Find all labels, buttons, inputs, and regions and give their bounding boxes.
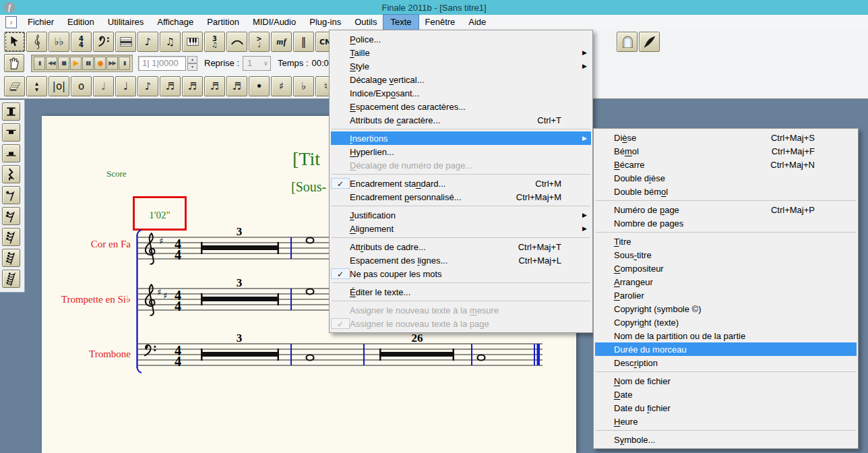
double-whole-rest-button[interactable] bbox=[2, 102, 20, 121]
menu-edition[interactable]: Edition bbox=[61, 15, 101, 30]
menu-partition[interactable]: Partition bbox=[200, 15, 246, 30]
menu-item-heure[interactable]: Heure bbox=[595, 415, 857, 428]
speedy-entry-tool-button[interactable] bbox=[4, 76, 25, 96]
menu-item-attributs-de-caractere[interactable]: Attributs de caractère...Ctrl+T bbox=[331, 113, 591, 127]
expression-tool-button[interactable]: mf bbox=[271, 32, 292, 52]
onetwentyeighth-rest-button[interactable] bbox=[2, 270, 20, 288]
menu-item-titre[interactable]: Titre bbox=[595, 235, 857, 248]
measure-tool-button[interactable] bbox=[115, 32, 136, 52]
menu-item-nom-de-fichier[interactable]: Nom de fichier bbox=[595, 374, 857, 388]
menu-fenetre[interactable]: Fenêtre bbox=[418, 15, 462, 30]
menu-item-symbole[interactable]: Symbole... bbox=[595, 433, 857, 446]
menu-item-insertions[interactable]: Insertions▶ bbox=[331, 131, 591, 145]
play-button[interactable]: ▶ bbox=[70, 57, 82, 70]
menu-item-indice-exposant[interactable]: Indice/Exposant... bbox=[331, 86, 591, 100]
menu-item-arrangeur[interactable]: Arrangeur bbox=[595, 275, 857, 289]
quarter-rest-button[interactable] bbox=[2, 165, 20, 183]
menu-midi-audio[interactable]: MIDI/Audio bbox=[246, 15, 303, 30]
menu-item-decalage-de-numero-de-page[interactable]: Décalage de numéro de page... bbox=[331, 158, 591, 172]
spinner-down-button[interactable]: ▼ bbox=[187, 63, 197, 71]
menu-item-nom-de-la-partition-ou-de-la-partie[interactable]: Nom de la partition ou de la partie bbox=[595, 329, 857, 342]
menu-utilitaires[interactable]: Utilitaires bbox=[101, 15, 150, 30]
breve-note-button[interactable]: |o| bbox=[49, 76, 69, 96]
menu-item-justification[interactable]: Justification▶ bbox=[331, 208, 591, 222]
menu-item-encadrement-personnalise[interactable]: Encadrement personnalisé...Ctrl+Maj+M bbox=[331, 190, 591, 204]
menu-item-double-bemol[interactable]: Double bémol bbox=[595, 185, 857, 198]
menu-item-date-du-fichier[interactable]: Date du fichier bbox=[595, 401, 857, 415]
menu-item-assigner-le-nouveau-texte-a-la-mesure[interactable]: Assigner le nouveau texte à la mesure bbox=[331, 303, 591, 317]
clef-tool-button[interactable] bbox=[93, 32, 114, 52]
menu-fichier[interactable]: Fichier bbox=[21, 15, 61, 30]
key-signature-tool-button[interactable]: ♭♭ bbox=[49, 32, 69, 52]
smart-shape-tool-button[interactable] bbox=[226, 32, 247, 52]
menu-plug-ins[interactable]: Plug-ins bbox=[303, 15, 348, 30]
menu-item-diese[interactable]: DièseCtrl+Maj+S bbox=[595, 131, 857, 144]
menu-item-becarre[interactable]: BécarreCtrl+Maj+N bbox=[595, 158, 857, 171]
menu-item-compositeur[interactable]: Compositeur bbox=[595, 262, 857, 275]
mirror-tool-button[interactable] bbox=[617, 32, 638, 52]
menu-item-assigner-le-nouveau-texte-a-la-page[interactable]: ✓Assigner le nouveau texte à la page bbox=[331, 317, 591, 330]
eighth-note-button[interactable]: ♪ bbox=[137, 76, 158, 96]
menu-item-encadrement-standard[interactable]: ✓Encadrement standard...Ctrl+M bbox=[331, 177, 591, 190]
go-to-start-button[interactable]: ▮ bbox=[34, 57, 45, 70]
menu-item-sous-titre[interactable]: Sous-titre bbox=[595, 248, 857, 262]
thirtysecond-note-button[interactable]: ♬ bbox=[182, 76, 203, 96]
menu-texte[interactable]: Texte bbox=[383, 15, 418, 30]
hand-grabber-button[interactable] bbox=[4, 54, 24, 72]
document-icon[interactable]: ♪ bbox=[5, 16, 17, 28]
fast-forward-button[interactable]: ▶▶ bbox=[106, 57, 118, 70]
menu-item-parolier[interactable]: Parolier bbox=[595, 289, 857, 302]
menu-aide[interactable]: Aide bbox=[462, 15, 493, 30]
menu-item-espacement-des-lignes[interactable]: Espacement des lignes...Ctrl+Maj+L bbox=[331, 253, 591, 267]
selection-tool-button[interactable] bbox=[4, 32, 25, 52]
rewind-button[interactable]: ◀◀ bbox=[46, 57, 57, 70]
note-entry-tool-button[interactable]: ♪ bbox=[137, 32, 158, 52]
menu-outils[interactable]: Outils bbox=[348, 15, 383, 30]
menu-item-description[interactable]: Description bbox=[595, 356, 857, 369]
whole-note-button[interactable]: o bbox=[71, 76, 92, 96]
sixtyfourth-rest-button[interactable] bbox=[2, 249, 20, 267]
onetwentyeighth-note-button[interactable]: ♬ bbox=[226, 76, 247, 96]
staff-tool-button[interactable] bbox=[26, 32, 47, 52]
menu-item-nombre-de-pages[interactable]: Nombre de pages bbox=[595, 216, 857, 230]
menu-item-copyright-texte[interactable]: Copyright (texte) bbox=[595, 315, 857, 329]
sixteenth-rest-button[interactable] bbox=[2, 207, 20, 225]
tuplet-tool-button[interactable]: 3♫ bbox=[204, 32, 225, 52]
sixtyfourth-note-button[interactable]: ♬ bbox=[204, 76, 225, 96]
graphics-tool-button[interactable] bbox=[639, 32, 660, 52]
menu-item-style[interactable]: Style▶ bbox=[331, 59, 591, 73]
menu-item-editer-le-texte[interactable]: Éditer le texte... bbox=[331, 285, 591, 299]
go-to-end-button[interactable]: ▮ bbox=[119, 57, 130, 70]
menu-item-date[interactable]: Date bbox=[595, 388, 857, 401]
stop-button[interactable]: ■ bbox=[58, 57, 69, 70]
menu-item-duree-du-morceau[interactable]: Durée du morceau bbox=[595, 342, 857, 356]
reprise-dropdown[interactable]: 1 ∨ bbox=[243, 56, 271, 71]
menu-item-ne-pas-couper-les-mots[interactable]: ✓Ne pas couper les mots bbox=[331, 267, 591, 280]
spinner-up-button[interactable]: ▲ bbox=[187, 56, 197, 63]
articulation-tool-button[interactable]: >♩ bbox=[249, 32, 270, 52]
transpose-tool-button[interactable]: ▴▾ bbox=[26, 76, 47, 96]
menu-item-alignement[interactable]: Alignement▶ bbox=[331, 222, 591, 235]
whole-rest-button[interactable] bbox=[2, 123, 20, 142]
flat-button[interactable]: ♭ bbox=[293, 76, 314, 96]
sixteenth-note-button[interactable]: ♬ bbox=[160, 76, 181, 96]
time-signature-tool-button[interactable]: 44 bbox=[71, 32, 92, 52]
menu-item-numero-de-page[interactable]: Numéro de pageCtrl+Maj+P bbox=[595, 203, 857, 216]
sharp-button[interactable]: ♯ bbox=[271, 76, 292, 96]
midi-tool-button[interactable] bbox=[182, 32, 203, 52]
menu-item-hyperlien[interactable]: Hyperlien... bbox=[331, 145, 591, 158]
record-button[interactable]: ● bbox=[94, 57, 106, 70]
menu-item-bemol[interactable]: BémolCtrl+Maj+F bbox=[595, 144, 857, 158]
menu-item-decalage-vertical[interactable]: Décalage vertical... bbox=[331, 73, 591, 86]
augmentation-dot-button[interactable]: • bbox=[249, 76, 270, 96]
menu-item-espacement-des-caracteres[interactable]: Espacement des caractères... bbox=[331, 100, 591, 113]
quarter-note-button[interactable]: ♩ bbox=[115, 76, 136, 96]
menu-item-attributs-de-cadre[interactable]: Attributs de cadre...Ctrl+Maj+T bbox=[331, 240, 591, 253]
eighth-rest-button[interactable] bbox=[2, 186, 20, 204]
simple-entry-tool-button[interactable]: ♫ bbox=[160, 32, 181, 52]
half-rest-button[interactable] bbox=[2, 144, 20, 162]
menu-item-police[interactable]: Police... bbox=[331, 32, 591, 46]
half-note-button[interactable]: ♩ bbox=[93, 76, 114, 96]
repeat-tool-button[interactable]: ‖ bbox=[293, 32, 314, 52]
pause-button[interactable]: ▮▮ bbox=[82, 57, 94, 70]
